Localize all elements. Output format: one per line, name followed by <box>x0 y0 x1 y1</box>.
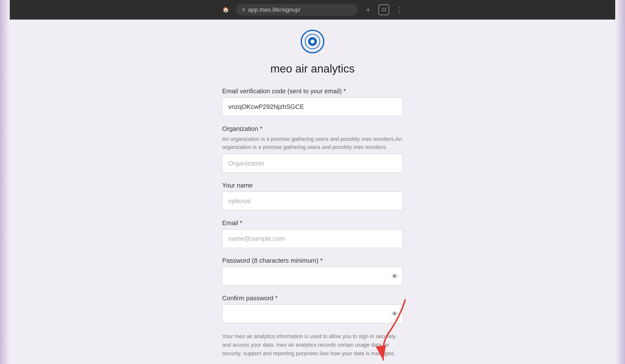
email-group: Email * <box>222 219 403 248</box>
home-button[interactable]: 🏠 <box>220 4 231 15</box>
eye-icon: 👁 <box>392 273 398 280</box>
password-toggle-button[interactable]: 👁 <box>392 273 398 280</box>
right-gradient <box>615 20 625 364</box>
your-name-input[interactable] <box>222 192 403 211</box>
content-area: meo air analytics Email verification cod… <box>208 20 417 364</box>
email-verification-input[interactable] <box>222 97 403 116</box>
browser-chrome: 🏠 ⚙ app.meo.life/signup/ + 23 ⋮ <box>0 0 625 20</box>
svg-point-3 <box>311 40 314 43</box>
password-input-wrapper: 👁 <box>222 267 403 286</box>
browser-menu-button[interactable]: ⋮ <box>394 4 405 15</box>
left-gradient <box>0 20 10 364</box>
app-logo <box>300 29 325 54</box>
app-title: meo air analytics <box>270 62 354 75</box>
email-label: Email * <box>222 219 403 227</box>
privacy-text: Your meo air analytics information is us… <box>222 332 403 358</box>
email-input[interactable] <box>222 229 403 248</box>
password-group: Password (8 characters minimum) * 👁 <box>222 257 403 286</box>
confirm-password-label: Confirm password * <box>222 294 403 302</box>
confirm-password-group: Confirm password * 👁 <box>222 294 403 323</box>
your-name-label: Your name <box>222 182 403 189</box>
password-input[interactable] <box>222 267 403 286</box>
signup-form: Email verification code (sent to your em… <box>222 87 403 364</box>
organization-label: Organization * <box>222 125 403 133</box>
confirm-password-input-wrapper: 👁 <box>222 304 403 323</box>
organization-description: An organization is a premise gathering u… <box>222 135 403 151</box>
confirm-eye-icon: 👁 <box>392 310 398 318</box>
email-verification-label: Email verification code (sent to your em… <box>222 87 403 95</box>
logo-container <box>300 29 325 55</box>
new-tab-button[interactable]: + <box>363 4 374 15</box>
password-label: Password (8 characters minimum) * <box>222 257 403 264</box>
confirm-password-input[interactable] <box>222 304 403 323</box>
confirm-password-toggle-button[interactable]: 👁 <box>392 310 398 318</box>
security-icon: ⚙ <box>242 7 246 12</box>
tabs-count-button[interactable]: 23 <box>378 4 389 15</box>
url-text: app.meo.life/signup/ <box>248 6 301 13</box>
your-name-group: Your name <box>222 182 403 211</box>
page-wrapper: meo air analytics Email verification cod… <box>0 20 625 364</box>
address-bar[interactable]: ⚙ app.meo.life/signup/ <box>236 4 358 16</box>
email-verification-group: Email verification code (sent to your em… <box>222 87 403 116</box>
organization-group: Organization * An organization is a prem… <box>222 125 403 173</box>
organization-input[interactable] <box>222 154 403 173</box>
